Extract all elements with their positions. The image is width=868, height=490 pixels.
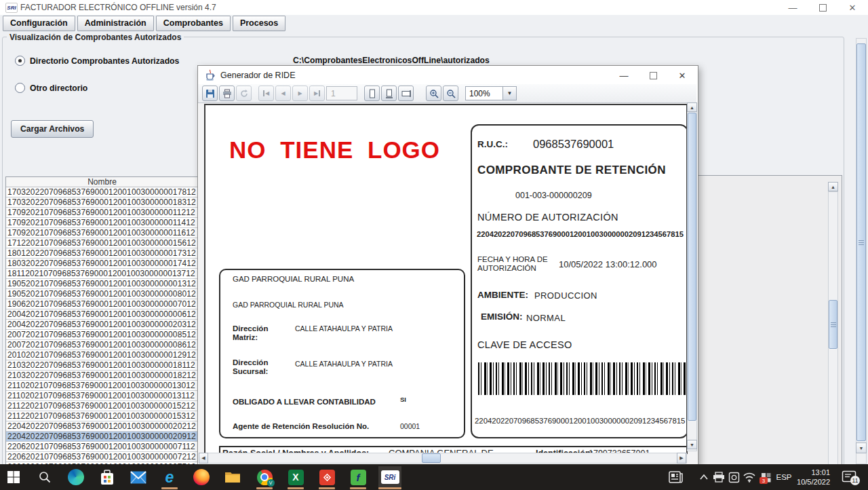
table-row[interactable]: 2010202107096853769000120010030000001291… xyxy=(6,350,198,360)
table-row[interactable]: 2103202207096853769000120010030000001821… xyxy=(6,371,198,381)
first-page-button[interactable]: ◀ xyxy=(258,86,274,101)
agente-label: Agente de Retención Resolución No. xyxy=(233,422,369,430)
table-row-selected[interactable]: 2204202207096853769000120010030000002091… xyxy=(6,432,198,442)
taskbar-file-explorer[interactable] xyxy=(221,466,244,488)
start-button[interactable] xyxy=(2,466,25,488)
table-row[interactable]: 1709202107096853769000120010030000001121… xyxy=(6,208,198,218)
table-row[interactable]: 2004202207096853769000120010030000002031… xyxy=(6,320,198,330)
dialog-maximize-button[interactable] xyxy=(643,69,663,82)
prev-page-button[interactable]: ◀ xyxy=(275,86,291,101)
zoom-level-combobox[interactable]: 100% xyxy=(465,86,503,100)
taskbar-facturador-app[interactable]: f xyxy=(347,466,370,488)
table-row[interactable]: 2004202107096853769000120010030000000061… xyxy=(6,309,198,320)
taskbar-store[interactable] xyxy=(96,466,119,488)
next-page-button[interactable]: ▶ xyxy=(292,86,308,101)
tray-wifi[interactable] xyxy=(741,466,758,488)
file-table[interactable]: Nombre 170320220709685376900012001003000… xyxy=(5,176,199,466)
table-row[interactable]: 2112202107096853769000120010030000001531… xyxy=(6,411,198,421)
preview-scroll-down[interactable]: ▼ xyxy=(687,440,697,449)
barcode xyxy=(478,362,687,395)
language-indicator[interactable]: ESP xyxy=(773,466,795,488)
fit-width-button[interactable] xyxy=(398,86,414,101)
table-row[interactable]: 2007202107096853769000120010030000000851… xyxy=(6,330,198,340)
tray-clock[interactable]: 13:01 10/5/2022 xyxy=(795,468,830,487)
main-scroll-down[interactable]: ▼ xyxy=(856,442,867,453)
table-row[interactable]: 1906202107096853769000120010030000000701… xyxy=(6,299,198,309)
table-row[interactable]: 1811202107096853769000120010030000001371… xyxy=(6,269,198,279)
actual-size-button[interactable] xyxy=(364,86,380,101)
up-arrow-icon: ▲ xyxy=(831,185,835,189)
fit-page-button[interactable] xyxy=(381,86,397,101)
menu-configuracion[interactable]: Configuración xyxy=(3,16,75,31)
app-sri-icon: SRI xyxy=(5,3,18,13)
right-table-scroll-up[interactable]: ▲ xyxy=(828,182,838,191)
menu-comprobantes[interactable]: Comprobantes xyxy=(156,16,231,31)
zoom-combo-arrow[interactable]: ▼ xyxy=(503,86,517,100)
tray-time: 13:01 xyxy=(795,468,830,477)
menu-procesos[interactable]: Procesos xyxy=(233,16,285,31)
issuer-name: GAD PARROQUIAL RURAL PUNA xyxy=(233,275,354,283)
table-row[interactable]: 1801202207096853769000120010030000001731… xyxy=(6,248,198,259)
tray-updates[interactable]: 3 xyxy=(757,466,774,488)
save-button[interactable] xyxy=(202,86,218,101)
taskbar-excel[interactable]: X xyxy=(284,466,307,488)
table-row[interactable]: 2110202107096853769000120010030000001311… xyxy=(6,391,198,401)
no-logo-text: NO TIENE LOGO xyxy=(229,136,440,164)
zoom-out-button[interactable] xyxy=(443,86,458,101)
notification-count-badge: 11 xyxy=(850,476,860,485)
preview-scroll-up[interactable]: ▲ xyxy=(687,102,697,112)
preview-hscroll-thumb[interactable] xyxy=(422,453,441,463)
preview-scroll-right[interactable]: ▶ xyxy=(677,453,686,464)
table-row[interactable]: 1703202207096853769000120010030000001781… xyxy=(6,187,198,197)
taskbar-firefox[interactable] xyxy=(190,466,213,488)
table-row[interactable]: 2103202207096853769000120010030000001811… xyxy=(6,360,198,371)
taskbar-sri-app-active[interactable]: SRi xyxy=(378,466,401,488)
table-row[interactable]: 2204202207096853769000120010030000002021… xyxy=(6,421,198,432)
running-indicator-chrome xyxy=(256,487,273,489)
taskbar-edge[interactable] xyxy=(64,466,87,488)
menu-administracion[interactable]: Administración xyxy=(77,16,154,31)
table-row[interactable]: 1709202107096853769000120010030000001161… xyxy=(6,228,198,238)
tray-printer[interactable] xyxy=(711,466,727,488)
radio-directorio-autorizados[interactable]: Directorio Comprobantes Autorizados xyxy=(15,56,179,66)
table-row[interactable]: 1709202107096853769000120010030000001141… xyxy=(6,218,198,228)
preview-vscroll-thumb[interactable] xyxy=(688,113,696,421)
taskbar-internet-explorer[interactable]: e xyxy=(158,466,181,488)
table-row[interactable]: 1905202107096853769000120010030000000131… xyxy=(6,279,198,289)
table-row[interactable]: 1703202207096853769000120010030000001831… xyxy=(6,197,198,208)
main-close-button[interactable]: ✕ xyxy=(843,1,862,14)
table-row[interactable]: 2112202107096853769000120010030000001521… xyxy=(6,401,198,411)
print-button[interactable] xyxy=(219,86,235,101)
zoom-in-button[interactable] xyxy=(426,86,441,101)
taskbar-mail[interactable] xyxy=(127,466,150,488)
table-row[interactable]: 2007202107096853769000120010030000000861… xyxy=(6,340,198,350)
dialog-close-button[interactable]: ✕ xyxy=(672,69,692,82)
preview-scroll-left[interactable]: ◀ xyxy=(199,453,208,464)
main-maximize-button[interactable] xyxy=(813,1,832,14)
taskbar-chrome[interactable]: V xyxy=(253,466,276,488)
table-row[interactable]: 1712202107096853769000120010030000001561… xyxy=(6,238,198,248)
last-page-button[interactable]: ▶ xyxy=(309,86,325,101)
last-page-icon: ▶ xyxy=(314,90,320,96)
page-number-input[interactable]: 1 xyxy=(326,86,357,100)
chevron-up-icon xyxy=(700,474,708,480)
cargar-archivos-button[interactable]: Cargar Archivos xyxy=(11,120,94,138)
widgets-news-button[interactable] xyxy=(665,466,688,488)
table-row[interactable]: 2206202107096853769000120010030000000721… xyxy=(6,452,198,462)
main-minimize-button[interactable]: — xyxy=(783,1,802,14)
table-row[interactable]: 2206202107096853769000120010030000000711… xyxy=(6,442,198,452)
tray-chevron-up[interactable] xyxy=(696,466,712,488)
radio-otro-directorio[interactable]: Otro directorio xyxy=(15,83,87,93)
right-table-scroll-thumb[interactable] xyxy=(829,300,837,349)
preview-hscrollbar[interactable] xyxy=(199,453,687,464)
main-scroll-thumb[interactable] xyxy=(856,43,866,441)
table-row[interactable]: 2110202107096853769000120010030000001301… xyxy=(6,381,198,391)
table-row[interactable]: 1803202207096853769000120010030000001741… xyxy=(6,259,198,269)
notification-center-button[interactable]: 11 xyxy=(835,466,863,488)
table-row[interactable]: 1905202107096853769000120010030000000801… xyxy=(6,289,198,299)
tray-device[interactable] xyxy=(726,466,742,488)
taskbar-red-app[interactable] xyxy=(315,466,338,488)
taskbar-search-button[interactable] xyxy=(33,466,56,488)
dialog-minimize-button[interactable]: — xyxy=(614,69,634,82)
reload-button[interactable] xyxy=(236,86,252,101)
